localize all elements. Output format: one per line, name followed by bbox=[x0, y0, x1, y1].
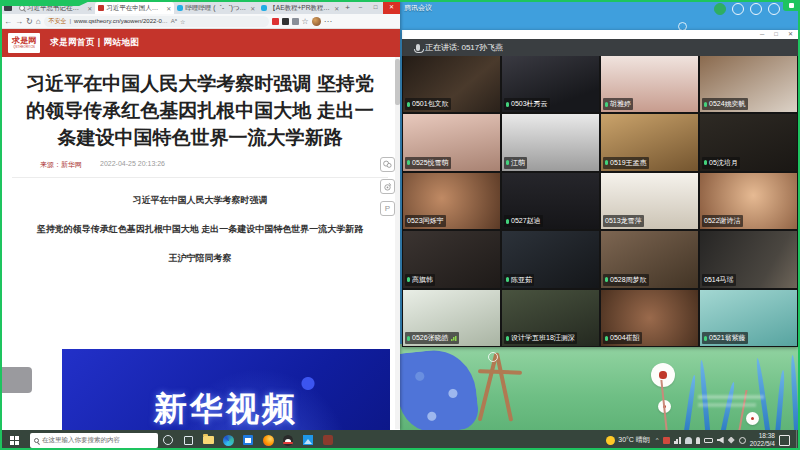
action-center-icon[interactable] bbox=[779, 435, 790, 446]
participant-tile[interactable]: 江萌 bbox=[502, 114, 599, 170]
participant-tile[interactable]: 0513龙雪萍 bbox=[601, 173, 698, 229]
taskbar-clock[interactable]: 18:38 2022/5/4 bbox=[750, 432, 775, 448]
taskbar-weather[interactable]: 30°C 晴朗 bbox=[606, 435, 650, 445]
tab-bilibili[interactable]: 哔哩哔哩 (゜-゜)つロ⋯ ✕ bbox=[174, 2, 258, 14]
cortana-button[interactable] bbox=[158, 430, 178, 450]
mic-icon bbox=[407, 160, 410, 165]
screen-share-indicator[interactable] bbox=[783, 0, 800, 11]
hidden-icons-chevron[interactable]: ^ bbox=[656, 437, 659, 443]
article-timestamp: 2022-04-25 20:13:26 bbox=[100, 160, 165, 170]
floating-mini-panel[interactable] bbox=[0, 367, 32, 393]
show-desktop-button[interactable] bbox=[796, 430, 800, 450]
firefox-button[interactable] bbox=[258, 430, 278, 450]
participant-tile[interactable]: 0527赵迪 bbox=[502, 173, 599, 229]
new-tab-button[interactable]: + bbox=[345, 3, 350, 12]
mic-icon bbox=[407, 277, 410, 282]
participant-tile[interactable]: 0503杜秀云 bbox=[502, 56, 599, 112]
more-menu-icon[interactable]: ⋯ bbox=[324, 17, 332, 26]
ime-icon[interactable] bbox=[739, 437, 746, 444]
mic-icon bbox=[506, 102, 509, 107]
store-button[interactable] bbox=[238, 430, 258, 450]
tab-close-icon[interactable]: ✕ bbox=[166, 5, 171, 12]
forward-icon[interactable]: → bbox=[15, 17, 23, 26]
qstheory-logo[interactable]: 求是网 QSTHEORY.CN bbox=[8, 33, 40, 53]
maximize-button[interactable]: □ bbox=[368, 4, 383, 10]
tray-security-icon[interactable] bbox=[663, 437, 670, 444]
search-placeholder: 在这里输入你要搜索的内容 bbox=[42, 436, 120, 445]
participant-tile[interactable]: 0514马瑶 bbox=[700, 231, 797, 287]
participant-tile[interactable]: 设计学五班18汪测深 bbox=[502, 290, 599, 346]
participant-tile[interactable]: 0521翁紫藤 bbox=[700, 290, 797, 346]
participant-tile[interactable]: 0524姚奕帆 bbox=[700, 56, 797, 112]
close-button[interactable]: ✕ bbox=[383, 0, 400, 14]
share-wechat-icon[interactable] bbox=[380, 157, 395, 172]
meeting-maximize-button[interactable]: □ bbox=[774, 30, 778, 39]
tray-mic-icon[interactable] bbox=[696, 437, 700, 444]
floating-icon-2[interactable] bbox=[750, 3, 762, 15]
wallpaper-bubble bbox=[488, 352, 498, 362]
participant-tile[interactable]: 0528周梦欣 bbox=[601, 231, 698, 287]
participant-tile[interactable]: 0501包文欣 bbox=[403, 56, 500, 112]
profile-avatar[interactable] bbox=[312, 17, 321, 26]
participant-tile[interactable]: 0526张晓皓 bbox=[403, 290, 500, 346]
favorites-icon[interactable]: ☆ bbox=[302, 17, 309, 26]
share-weibo-icon[interactable] bbox=[380, 179, 395, 194]
participant-tile[interactable]: 胡雅婷 bbox=[601, 56, 698, 112]
meeting-minimize-button[interactable]: ─ bbox=[760, 30, 764, 39]
minimize-button[interactable]: – bbox=[353, 4, 368, 10]
mic-icon bbox=[704, 102, 707, 107]
meeting-shortcut-label[interactable]: 腾讯会议 bbox=[404, 3, 432, 13]
qq-button[interactable] bbox=[278, 430, 298, 450]
share-pin-icon[interactable]: P bbox=[380, 201, 395, 216]
participant-tile[interactable]: 高旗韩 bbox=[403, 231, 500, 287]
home-icon[interactable]: ⌂ bbox=[36, 17, 41, 26]
tab-close-icon[interactable]: ✕ bbox=[334, 5, 339, 12]
video-brand-text: 新华视频 bbox=[62, 387, 390, 432]
site-nav-links[interactable]: 求是网首页 | 网站地图 bbox=[50, 37, 140, 49]
favorite-star-icon[interactable]: ☆ bbox=[180, 18, 185, 25]
extension-icon-red[interactable] bbox=[272, 18, 279, 25]
floating-icon-green[interactable] bbox=[714, 3, 726, 15]
mic-icon bbox=[506, 277, 509, 282]
tab-close-icon[interactable]: ✕ bbox=[250, 5, 255, 12]
tab-close-icon[interactable]: ✕ bbox=[87, 5, 92, 12]
tab-bilibili-tutorial[interactable]: 【AE教程+PR教程】⋯ ✕ bbox=[258, 2, 342, 14]
refresh-icon[interactable]: ↻ bbox=[26, 17, 33, 26]
participant-tile[interactable]: 0504崔韶 bbox=[601, 290, 698, 346]
page-scrollbar[interactable] bbox=[395, 57, 400, 429]
volume-icon[interactable] bbox=[717, 437, 724, 444]
participant-tile[interactable]: 0525悦雪萌 bbox=[403, 114, 500, 170]
battery-icon[interactable] bbox=[704, 438, 713, 443]
participant-tile[interactable]: 0522谢诗洁 bbox=[700, 173, 797, 229]
back-icon[interactable]: ← bbox=[4, 17, 12, 26]
article-page: 习近平在中国人民大学考察时强调 坚持党的领导传承红色基因扎根中国大地 走出一条建… bbox=[0, 57, 400, 429]
tab-qstheory-article[interactable]: 习近平在中国人民⋯ ✕ bbox=[95, 2, 174, 14]
article-source: 来源：新华网 bbox=[40, 160, 82, 170]
network-icon[interactable] bbox=[674, 437, 681, 444]
participant-tile[interactable]: 0523闫烁宇 bbox=[403, 173, 500, 229]
extension-icon-dark[interactable] bbox=[282, 18, 289, 25]
reader-icon[interactable]: Aᵃ bbox=[171, 18, 177, 24]
active-speaker-bar: 正在讲话: 0517孙飞燕 bbox=[402, 39, 798, 56]
photos-button[interactable] bbox=[298, 430, 318, 450]
floating-icon-3[interactable] bbox=[768, 3, 780, 15]
edge-button[interactable] bbox=[218, 430, 238, 450]
address-bar[interactable]: 不安全 | www.qstheory.cn/yaowen/2022-0… Aᵃ … bbox=[44, 16, 269, 27]
cloud-icon[interactable] bbox=[685, 437, 692, 444]
usb-icon[interactable] bbox=[728, 437, 735, 444]
participant-tile[interactable]: 0519王孟惠 bbox=[601, 114, 698, 170]
red-app-button[interactable] bbox=[318, 430, 338, 450]
extension-icon-grey[interactable] bbox=[292, 18, 299, 25]
desktop-floating-icons[interactable] bbox=[714, 3, 780, 15]
taskbar-search-input[interactable]: 在这里输入你要搜索的内容 bbox=[30, 433, 158, 448]
task-view-button[interactable] bbox=[178, 430, 198, 450]
scrollbar-thumb[interactable] bbox=[395, 59, 400, 105]
start-button[interactable] bbox=[0, 430, 28, 450]
participant-name: 0514马瑶 bbox=[704, 275, 734, 285]
floating-icon-1[interactable] bbox=[732, 3, 744, 15]
participant-tile[interactable]: 陈亚茹 bbox=[502, 231, 599, 287]
article-meta: 来源：新华网 2022-04-25 20:13:26 bbox=[40, 160, 400, 170]
meeting-close-button[interactable]: ✕ bbox=[788, 30, 793, 39]
participant-tile[interactable]: 05沈培月 bbox=[700, 114, 797, 170]
file-explorer-button[interactable] bbox=[198, 430, 218, 450]
